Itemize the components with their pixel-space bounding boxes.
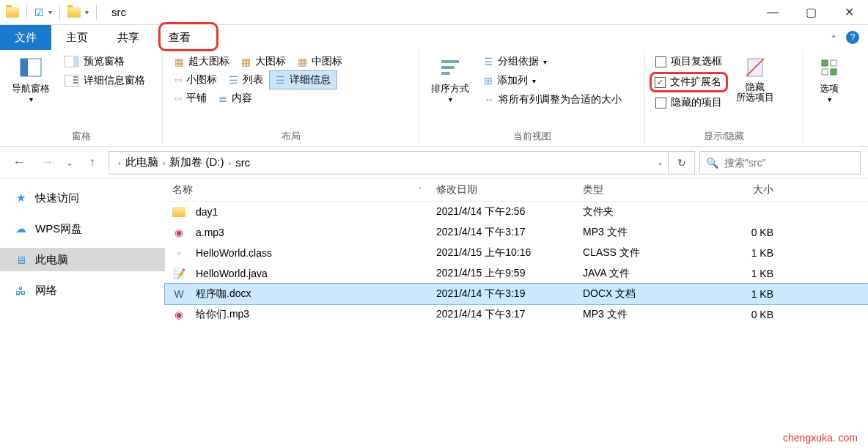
svg-rect-5 <box>73 76 78 78</box>
breadcrumb-folder[interactable]: src <box>235 156 250 169</box>
ribbon-tabs: 文件 主页 共享 查看 ⌃ ? <box>0 25 868 50</box>
checkbox-qat-icon[interactable]: ☑ <box>34 7 44 18</box>
file-name: HelloWorld.java <box>196 268 268 279</box>
nav-pane-icon <box>19 56 43 79</box>
col-size[interactable]: 大小 <box>693 179 781 201</box>
close-button[interactable]: ✕ <box>830 0 868 25</box>
search-input[interactable] <box>724 157 854 169</box>
refresh-button[interactable]: ↻ <box>669 151 695 175</box>
layout-large[interactable]: ▦大图标 <box>235 53 292 70</box>
layout-medium[interactable]: ▦中图标 <box>292 53 348 70</box>
layout-list[interactable]: ☰列表 <box>223 70 269 89</box>
sidebar-wps[interactable]: ☁ WPS网盘 <box>0 217 165 240</box>
ribbon-group-options: 选项 ▾ <box>803 50 855 146</box>
nav-pane-button[interactable]: 导航窗格 ▾ <box>6 53 56 106</box>
chevron-right-icon[interactable]: › <box>118 158 121 167</box>
file-type: MP3 文件 <box>575 226 693 239</box>
sidebar-this-pc[interactable]: 🖥 此电脑 <box>0 248 165 271</box>
watermark: chengxuka. com <box>783 432 858 444</box>
tab-share[interactable]: 共享 <box>103 25 154 50</box>
minimize-button[interactable]: ― <box>754 0 792 25</box>
help-icon[interactable]: ? <box>846 31 859 44</box>
ribbon-group-current-view: 排序方式 ▾ ☰分组依据▾ ⊞添加列▾ ↔将所有列调整为合适的大小 当前视图 <box>419 50 645 146</box>
ribbon: 导航窗格 ▾ 预览窗格 详细信息窗格 窗格 ▦超大图标 ▦大图标 ▦中图标 <box>0 50 868 147</box>
address-bar[interactable]: › 此电脑 › 新加卷 (D:) › src ⌄ <box>108 151 669 175</box>
folder-icon <box>6 7 19 18</box>
chevron-right-icon[interactable]: › <box>229 158 232 167</box>
file-row[interactable]: ▫HelloWorld.class2021/4/15 上午10:16CLASS … <box>165 243 868 263</box>
col-name[interactable]: 名称˄ <box>165 179 429 201</box>
svg-rect-8 <box>441 60 459 63</box>
details-pane-icon <box>65 75 79 87</box>
file-columns-header: 名称˄ 修改日期 类型 大小 <box>165 179 868 202</box>
forward-button[interactable]: → <box>35 151 59 175</box>
sidebar: ★ 快速访问 ☁ WPS网盘 🖥 此电脑 🖧 网络 <box>0 179 165 427</box>
file-size: 0 KB <box>693 227 781 238</box>
file-modified: 2021/4/14 下午3:17 <box>429 308 575 321</box>
file-row[interactable]: ◉a.mp32021/4/14 下午3:17MP3 文件0 KB <box>165 222 868 243</box>
layout-details[interactable]: ☰详细信息 <box>269 70 337 89</box>
file-row[interactable]: W程序咖.docx2021/4/14 下午3:19DOCX 文档1 KB <box>165 284 868 304</box>
svg-rect-3 <box>73 56 79 67</box>
sidebar-network[interactable]: 🖧 网络 <box>0 279 165 302</box>
layout-extra-large[interactable]: ▦超大图标 <box>169 53 235 70</box>
sort-button[interactable]: 排序方式 ▾ <box>425 53 475 106</box>
tab-home[interactable]: 主页 <box>51 25 103 50</box>
file-name: 程序咖.docx <box>196 287 251 301</box>
file-ext-toggle[interactable]: ✓ 文件扩展名 <box>650 72 728 92</box>
file-size: 1 KB <box>693 247 781 259</box>
up-button[interactable]: ↑ <box>81 151 104 175</box>
address-dropdown-icon[interactable]: ⌄ <box>657 158 663 167</box>
details-pane-button[interactable]: 详细信息窗格 <box>59 72 151 89</box>
hidden-items-toggle[interactable]: 隐藏的项目 <box>651 94 727 111</box>
folder-icon <box>67 7 81 18</box>
col-type[interactable]: 类型 <box>575 179 693 201</box>
breadcrumb-volume[interactable]: 新加卷 (D:) <box>169 155 224 169</box>
back-button[interactable]: ← <box>7 151 31 175</box>
col-modified[interactable]: 修改日期 <box>429 179 575 201</box>
item-checkbox-toggle[interactable]: 项目复选框 <box>651 53 727 70</box>
tab-view[interactable]: 查看 <box>154 25 205 50</box>
ribbon-group-layout: ▦超大图标 ▦大图标 ▦中图标 ▫▫小图标 ☰列表 ☰详细信息 ▫▫平铺 ≣内容… <box>163 50 419 146</box>
maximize-button[interactable]: ▢ <box>792 0 830 25</box>
file-row[interactable]: 📝HelloWorld.java2021/4/15 上午9:59JAVA 文件1… <box>165 263 868 284</box>
file-row[interactable]: ◉给你们.mp32021/4/14 下午3:17MP3 文件0 KB <box>165 304 868 325</box>
svg-rect-6 <box>73 79 78 81</box>
group-label-panes: 窗格 <box>6 128 156 144</box>
cloud-icon: ☁ <box>13 221 28 236</box>
layout-small[interactable]: ▫▫小图标 <box>169 70 223 89</box>
file-type: 文件夹 <box>575 205 693 219</box>
checkbox-icon <box>655 56 666 67</box>
sidebar-quick-access[interactable]: ★ 快速访问 <box>0 186 165 210</box>
svg-rect-7 <box>73 82 78 84</box>
svg-rect-9 <box>441 66 455 69</box>
group-by-button[interactable]: ☰分组依据▾ <box>478 53 628 70</box>
layout-tiles[interactable]: ▫▫平铺 <box>169 89 213 107</box>
tab-file[interactable]: 文件 <box>0 25 51 50</box>
file-row[interactable]: day12021/4/14 下午2:56文件夹 <box>165 202 868 222</box>
size-columns-button[interactable]: ↔将所有列调整为合适的大小 <box>478 91 628 109</box>
file-size: 1 KB <box>693 268 781 279</box>
search-box[interactable]: 🔍 <box>699 151 861 175</box>
options-button[interactable]: 选项 ▾ <box>809 53 850 106</box>
sort-icon <box>438 56 462 79</box>
svg-rect-13 <box>822 60 828 66</box>
chevron-right-icon[interactable]: › <box>163 158 166 167</box>
file-area: 名称˄ 修改日期 类型 大小 day12021/4/14 下午2:56文件夹◉a… <box>165 179 868 427</box>
hide-selected-button[interactable]: 隐藏 所选项目 <box>729 53 781 106</box>
add-columns-button[interactable]: ⊞添加列▾ <box>478 72 628 89</box>
qat-dropdown-icon[interactable]: ▾ <box>85 8 89 16</box>
file-type: CLASS 文件 <box>575 246 693 260</box>
collapse-ribbon-icon[interactable]: ⌃ <box>830 34 837 44</box>
layout-content[interactable]: ≣内容 <box>213 89 258 107</box>
group-label-show-hide: 显示/隐藏 <box>651 128 797 144</box>
chevron-down-icon: ▾ <box>449 95 452 103</box>
breadcrumb-this-pc[interactable]: 此电脑 <box>125 155 158 169</box>
titlebar: ☑ ▾ ▾ src ― ▢ ✕ <box>0 0 868 25</box>
qat-dropdown-icon[interactable]: ▾ <box>48 8 52 16</box>
preview-pane-button[interactable]: 预览窗格 <box>59 53 151 70</box>
file-modified: 2021/4/15 上午9:59 <box>429 267 575 280</box>
svg-rect-16 <box>831 69 836 75</box>
recent-dropdown[interactable]: ⌄ <box>63 151 76 175</box>
checkbox-checked-icon: ✓ <box>655 77 666 88</box>
